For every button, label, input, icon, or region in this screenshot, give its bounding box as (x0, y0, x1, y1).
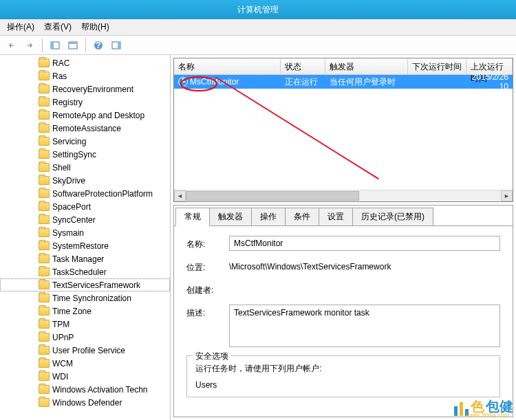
tree-item-shell[interactable]: Shell (0, 161, 170, 174)
tree-item-spaceport[interactable]: SpacePort (0, 200, 170, 213)
field-name[interactable] (229, 236, 500, 251)
tree-item-wdi[interactable]: WDI (0, 370, 170, 383)
tree-item-softwareprotectionplatform[interactable]: SoftwareProtectionPlatform (0, 187, 170, 200)
tree-item-windows-activation-techn[interactable]: Windows Activation Techn (0, 383, 170, 396)
tree-item-label: RemoteAssistance (52, 124, 121, 133)
tree-item-rac[interactable]: RAC (0, 56, 170, 69)
tree-item-systemrestore[interactable]: SystemRestore (0, 239, 170, 252)
folder-icon (39, 137, 50, 146)
field-description[interactable] (229, 305, 500, 347)
tree-item-remoteapp-and-desktop[interactable]: RemoteApp and Desktop (0, 109, 170, 122)
main-area: RACRasRecoveryEnvironmentRegistryRemoteA… (0, 55, 516, 420)
task-list: 名称 状态 触发器 下次运行时间 上次运行时间 MsCtfMonitor 正在运… (173, 58, 513, 202)
tree-item-sysmain[interactable]: Sysmain (0, 226, 170, 239)
tree-item-label: Shell (52, 163, 71, 173)
tree-item-settingsync[interactable]: SettingSync (0, 148, 170, 161)
tab-settings[interactable]: 设置 (319, 208, 353, 226)
tree-item-registry[interactable]: Registry (0, 96, 170, 109)
tree-item-wcm[interactable]: WCM (0, 357, 170, 370)
tree-item-label: TextServicesFramework (52, 280, 140, 290)
col-status[interactable]: 状态 (281, 58, 325, 74)
folder-icon (39, 254, 50, 263)
tree-item-recoveryenvironment[interactable]: RecoveryEnvironment (0, 82, 170, 96)
folder-icon (39, 307, 50, 316)
menu-help[interactable]: 帮助(H) (81, 21, 109, 33)
scroll-thumb[interactable] (186, 191, 359, 201)
svg-rect-3 (69, 42, 77, 44)
tree-item-label: Servicing (52, 137, 86, 146)
tree-item-label: WDI (52, 372, 68, 382)
annotation-arrow (215, 76, 379, 179)
tree-item-skydrive[interactable]: SkyDrive (0, 174, 170, 187)
tree-item-label: SyncCenter (52, 215, 96, 225)
tab-strip: 常规 触发器 操作 条件 设置 历史记录(已禁用) (174, 206, 513, 225)
scroll-right-icon[interactable]: ► (501, 190, 513, 201)
tab-history[interactable]: 历史记录(已禁用) (352, 208, 433, 226)
folder-icon (39, 267, 50, 276)
folder-icon (39, 98, 50, 107)
tree-item-label: Windows Defender (52, 398, 122, 408)
col-trigger[interactable]: 触发器 (325, 58, 408, 74)
tree-item-label: WCM (52, 359, 73, 368)
col-name[interactable]: 名称 (174, 58, 281, 74)
tab-body-general: 名称: 位置: \Microsoft\Windows\TextServicesF… (174, 225, 513, 417)
horizontal-scrollbar[interactable]: ◄ ► (174, 190, 513, 201)
window-title: 计算机管理 (237, 5, 279, 14)
tree-item-label: UPnP (52, 333, 74, 342)
back-button[interactable] (4, 38, 19, 53)
tree-item-servicing[interactable]: Servicing (0, 135, 170, 148)
folder-icon (39, 163, 50, 172)
tree-item-windows-defender[interactable]: Windows Defender (0, 396, 170, 409)
tab-conditions[interactable]: 条件 (285, 208, 319, 226)
tree-item-time-synchronization[interactable]: Time Synchronization (0, 291, 170, 305)
tree-item-ras[interactable]: Ras (0, 69, 170, 82)
tree-item-label: RemoteApp and Desktop (52, 111, 144, 120)
menu-bar: 操作(A) 查看(V) 帮助(H) (0, 19, 516, 36)
task-status: 正在运行 (281, 76, 325, 88)
tree-pane[interactable]: RACRasRecoveryEnvironmentRegistryRemoteA… (0, 55, 171, 420)
label-name: 名称: (186, 236, 229, 250)
tree-item-remoteassistance[interactable]: RemoteAssistance (0, 122, 170, 135)
security-account: Users (195, 380, 491, 390)
scroll-track[interactable] (186, 190, 501, 201)
folder-icon (39, 150, 50, 159)
tab-triggers[interactable]: 触发器 (209, 208, 252, 226)
panel-icon-2[interactable] (65, 38, 80, 53)
task-last: 2015/2/26 10 (466, 72, 513, 91)
tree-item-label: SkyDrive (52, 176, 85, 186)
tree-item-label: RAC (52, 58, 69, 68)
task-trigger: 当任何用户登录时 (325, 76, 408, 88)
menu-view[interactable]: 查看(V) (44, 21, 72, 33)
tree-item-time-zone[interactable]: Time Zone (0, 305, 170, 318)
tree-item-label: Sysmain (52, 228, 84, 238)
tree-item-taskscheduler[interactable]: TaskScheduler (0, 265, 170, 278)
folder-icon (39, 111, 50, 120)
folder-icon (39, 85, 50, 93)
folder-icon (39, 346, 50, 355)
tree-item-textservicesframework[interactable]: TextServicesFramework (0, 278, 170, 291)
menu-action[interactable]: 操作(A) (7, 21, 34, 33)
forward-button[interactable] (22, 38, 37, 53)
tab-general[interactable]: 常规 (175, 208, 210, 226)
tree-item-label: SpacePort (52, 202, 91, 212)
tab-actions[interactable]: 操作 (251, 208, 286, 226)
folder-icon (39, 385, 50, 394)
col-next[interactable]: 下次运行时间 (408, 58, 466, 74)
label-description: 描述: (186, 305, 229, 319)
folder-icon (39, 71, 50, 80)
annotation-circle (180, 76, 218, 94)
tree-item-task-manager[interactable]: Task Manager (0, 252, 170, 265)
watermark-url: www.306w.com (466, 412, 509, 419)
folder-icon (39, 176, 50, 185)
tree-item-tpm[interactable]: TPM (0, 318, 170, 331)
tree-item-upnp[interactable]: UPnP (0, 331, 170, 344)
folder-icon (39, 241, 50, 250)
tree-item-user-profile-service[interactable]: User Profile Service (0, 344, 170, 357)
panel-icon-1[interactable] (47, 38, 63, 53)
panel-icon-3[interactable] (109, 38, 124, 53)
folder-icon (39, 294, 50, 302)
tree-item-synccenter[interactable]: SyncCenter (0, 213, 170, 226)
help-icon[interactable]: ? (91, 38, 106, 53)
scroll-left-icon[interactable]: ◄ (174, 190, 186, 201)
folder-icon (39, 372, 50, 381)
